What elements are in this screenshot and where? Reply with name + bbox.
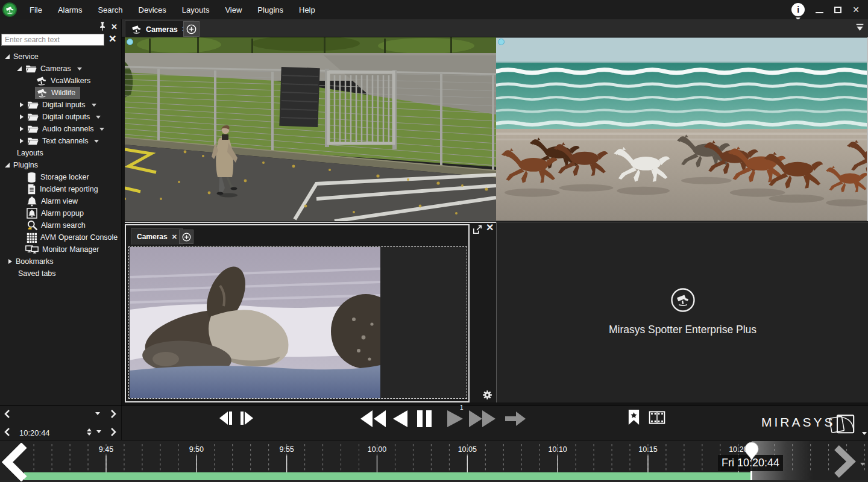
menu-item-help[interactable]: Help — [291, 0, 323, 19]
seals-scene — [130, 247, 380, 398]
fast-forward-button[interactable] — [468, 408, 495, 429]
tree-item-cameras[interactable]: Cameras — [0, 63, 122, 75]
floating-camera-cell[interactable] — [128, 246, 467, 399]
logo-caret-icon[interactable] — [862, 432, 867, 435]
tab-close-icon[interactable]: ✕ — [172, 233, 177, 241]
tree-item-bookmarks[interactable]: Bookmarks — [0, 255, 122, 268]
tree-item-incident-reporting[interactable]: Incident reporting — [0, 183, 122, 195]
menu-item-file[interactable]: File — [22, 0, 50, 19]
camera-tile-vcawalkers[interactable] — [125, 37, 496, 221]
minimize-button[interactable] — [816, 7, 823, 13]
expander-open-icon[interactable] — [5, 163, 10, 167]
tree-item-vcawalkers[interactable]: VcaWalkers — [0, 75, 122, 87]
tab-bar: Cameras ✕ — [122, 19, 868, 37]
play-backward-button[interactable] — [392, 408, 409, 429]
chevron-down-icon[interactable] — [94, 140, 99, 143]
floating-cameras-window[interactable]: Cameras ✕ — [125, 224, 470, 402]
tree-item-service[interactable]: Service — [0, 51, 122, 63]
recording-bar — [24, 472, 751, 480]
prev-layout-chevron-icon[interactable] — [4, 409, 11, 419]
time-spinner[interactable] — [87, 428, 92, 436]
tab-options-filter-icon[interactable] — [855, 23, 864, 32]
filmstrip-button[interactable] — [649, 411, 665, 424]
folder-icon — [25, 64, 37, 74]
device-tree-panel: ✕ ✕ Service Cameras VcaWalkers W — [0, 19, 122, 405]
tree-item-alarm-view[interactable]: Alarm view — [0, 195, 122, 207]
popout-icon[interactable] — [473, 225, 482, 234]
empty-camera-cell[interactable]: Mirasys Spotter Enterprise Plus — [496, 222, 868, 402]
info-button[interactable]: i — [791, 3, 805, 16]
timeline-options-caret-icon[interactable] — [860, 463, 865, 466]
tree-item-storage-locker[interactable]: Storage locker — [0, 171, 122, 183]
expander-closed-icon[interactable] — [20, 114, 24, 119]
tree-item-audio-channels[interactable]: Audio channels — [0, 123, 122, 135]
cell-close-icon[interactable]: ✕ — [486, 222, 494, 233]
search-clear-icon[interactable]: ✕ — [108, 33, 116, 45]
chevron-down-icon[interactable] — [92, 104, 96, 107]
floating-add-tab-button[interactable] — [179, 230, 193, 244]
horses-beach-scene — [496, 37, 867, 221]
window-close-button[interactable]: ✕ — [852, 5, 860, 14]
search-input[interactable] — [1, 34, 104, 46]
menu-item-search[interactable]: Search — [90, 0, 130, 19]
grid-icon — [27, 233, 37, 243]
tree-item-layouts[interactable]: Layouts — [0, 147, 122, 159]
rewind-button[interactable] — [359, 408, 387, 429]
gear-icon[interactable] — [482, 390, 492, 400]
expander-open-icon[interactable] — [17, 66, 22, 71]
camera-tile-wildlife[interactable] — [496, 37, 868, 221]
pin-panel-icon[interactable] — [99, 22, 106, 31]
pause-button[interactable] — [415, 408, 434, 429]
timeline-scroll-left-chevron[interactable] — [1, 443, 30, 481]
expander-open-icon[interactable] — [5, 54, 10, 59]
tree-item-digital-outputs[interactable]: Digital outputs — [0, 111, 122, 123]
menu-item-plugins[interactable]: Plugins — [250, 0, 291, 19]
tree-item-saved-tabs[interactable]: Saved tabs — [0, 268, 122, 280]
menu-item-devices[interactable]: Devices — [131, 0, 174, 19]
chevron-down-icon[interactable] — [77, 67, 82, 70]
bookmark-button[interactable] — [627, 408, 641, 426]
add-tab-button[interactable] — [183, 21, 200, 37]
tree-item-plugins[interactable]: Plugins — [0, 159, 122, 171]
time-forward-chevron-icon[interactable] — [110, 427, 117, 437]
timeline-scroll-right-chevron[interactable] — [831, 445, 858, 478]
floating-tab-cameras[interactable]: Cameras ✕ — [131, 228, 183, 245]
tree-item-avm-operator-console[interactable]: AVM Operator Console — [0, 231, 122, 243]
time-dropdown-caret-icon[interactable] — [96, 430, 101, 433]
chevron-down-icon[interactable] — [96, 116, 101, 119]
tree-item-alarm-search[interactable]: Alarm search — [0, 219, 122, 231]
panel-close-icon[interactable]: ✕ — [111, 22, 118, 31]
expander-closed-icon[interactable] — [8, 259, 12, 264]
menu-item-layouts[interactable]: Layouts — [174, 0, 218, 19]
folder-icon — [27, 113, 39, 122]
menu-item-view[interactable]: View — [217, 0, 250, 19]
search-bell-icon — [27, 220, 37, 231]
playhead-pin[interactable] — [741, 440, 763, 462]
maximize-button[interactable] — [834, 7, 841, 13]
time-back-chevron-icon[interactable] — [4, 427, 11, 437]
play-forward-button[interactable] — [444, 408, 464, 429]
next-layout-chevron-icon[interactable] — [110, 409, 117, 419]
tree-item-text-channels[interactable]: Text channels — [0, 135, 122, 147]
cctv-camera-icon — [37, 87, 48, 98]
expander-closed-icon[interactable] — [20, 127, 24, 131]
tree-item-digital-inputs[interactable]: Digital inputs — [0, 99, 122, 111]
expander-closed-icon[interactable] — [20, 102, 24, 107]
time-field[interactable]: 10:20:44 — [19, 428, 50, 437]
svg-text:10:15: 10:15 — [638, 445, 657, 454]
step-back-frame-button[interactable] — [218, 410, 234, 427]
jump-forward-button[interactable] — [504, 408, 527, 429]
tree-item-alarm-popup[interactable]: Alarm popup — [0, 207, 122, 219]
tree-item-wildlife[interactable]: Wildlife — [0, 87, 122, 99]
expander-closed-icon[interactable] — [20, 139, 24, 143]
timeline[interactable]: 9:459:509:5510:0010:0510:1010:1510:20 Fr… — [0, 440, 868, 482]
menu-item-alarms[interactable]: Alarms — [50, 0, 90, 19]
step-forward-frame-button[interactable] — [239, 410, 254, 427]
tree-item-monitor-manager[interactable]: Monitor Manager — [0, 243, 122, 255]
layout-dropdown-caret-icon[interactable] — [95, 412, 100, 415]
live-status-dot — [127, 39, 133, 45]
chevron-down-icon[interactable] — [99, 128, 104, 131]
app-logo-icon[interactable] — [2, 2, 17, 17]
camera-tile-floating-host[interactable]: Cameras ✕ — [125, 222, 496, 402]
live-status-dot — [498, 39, 505, 45]
